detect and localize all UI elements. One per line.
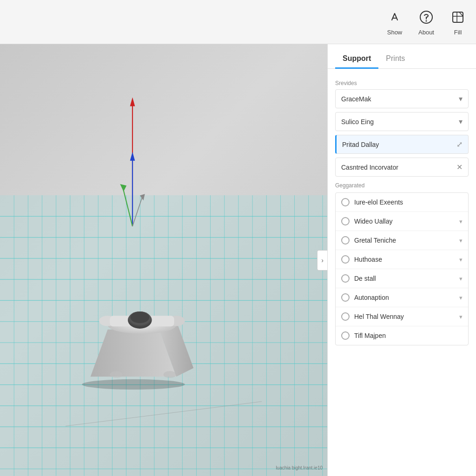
list-item-iure-elol[interactable]: Iure-elol Exeents — [336, 193, 468, 212]
toolbar: Show About Fill — [0, 0, 476, 44]
chevron-down-icon: ▾ — [459, 275, 463, 282]
list-item-left: Wideo Uallay — [341, 217, 392, 225]
fill-toolbar-item[interactable]: Fill — [449, 8, 467, 36]
about-label: About — [418, 29, 434, 36]
list-item-autonaption[interactable]: Autonaption ▾ — [336, 288, 468, 307]
svg-point-62 — [110, 371, 123, 378]
chevron-down-icon: ▾ — [459, 94, 463, 103]
dropdown-gracemak-label: GraceMak — [341, 95, 371, 103]
show-toolbar-item[interactable]: Show — [386, 8, 403, 36]
watermark: luachia bight.Irant.ie10 — [276, 465, 323, 470]
dropdown-pritad[interactable]: Pritad Dallay ⤢ — [335, 135, 469, 154]
chevron-down-icon: ▾ — [459, 294, 463, 301]
svg-point-61 — [130, 312, 149, 323]
expand-icon: ⤢ — [456, 140, 463, 149]
show-label: Show — [387, 29, 403, 36]
svg-point-1 — [426, 20, 427, 21]
list-item-iure-elol-label: Iure-elol Exeents — [354, 198, 403, 206]
viewport-inner: › luachia bight.Irant.ie10 — [0, 44, 327, 476]
chevron-down-icon: ▾ — [459, 218, 463, 225]
radio-autonaption[interactable] — [341, 293, 350, 302]
list-item-left: Hel Thal Wennay — [341, 312, 404, 321]
svg-marker-46 — [130, 152, 135, 161]
list-item-left: Tifl Majpen — [341, 331, 386, 340]
fill-icon — [449, 8, 467, 26]
list-item-left: Iure-elol Exeents — [341, 198, 403, 206]
tab-support[interactable]: Support — [335, 50, 378, 69]
list-item-gretal-label: Gretal Teniche — [354, 237, 396, 244]
collapse-button[interactable]: › — [317, 250, 327, 271]
radio-wideo[interactable] — [341, 217, 350, 225]
radio-gretal[interactable] — [341, 236, 350, 245]
list-item-left: Huthoase — [341, 255, 382, 264]
list-item-left: Autonaption — [341, 293, 389, 302]
list-item-hel-thal-label: Hel Thal Wennay — [354, 313, 404, 320]
list-item-ti-majpen-label: Tifl Majpen — [354, 332, 386, 339]
list-item-hel-thal[interactable]: Hel Thal Wennay ▾ — [336, 307, 468, 326]
chevron-down-icon: ▾ — [459, 117, 463, 126]
axes-arrows — [105, 87, 160, 236]
svg-marker-50 — [140, 194, 145, 200]
svg-marker-44 — [130, 97, 135, 106]
main-area: › luachia bight.Irant.ie10 Support Print… — [0, 44, 476, 476]
tab-prints[interactable]: Prints — [378, 50, 412, 69]
radio-ti-majpen[interactable] — [341, 331, 350, 340]
chevron-down-icon: ▾ — [459, 237, 463, 244]
list-item-de-stall[interactable]: De stall ▾ — [336, 269, 468, 288]
list-item-left: De stall — [341, 274, 376, 283]
dropdown-gracemak[interactable]: GraceMak ▾ — [335, 89, 469, 108]
dropdown-sulico-label: Sulico Eing — [341, 118, 374, 126]
list-container: Iure-elol Exeents Wideo Uallay ▾ Gretal … — [335, 192, 469, 345]
generated-label: Geggarated — [335, 182, 469, 189]
right-panel: Support Prints Srevides GraceMak ▾ Sulic… — [327, 44, 476, 476]
viewport[interactable]: › luachia bight.Irant.ie10 — [0, 44, 327, 476]
tabs-container: Support Prints — [328, 44, 476, 69]
list-item-gretal[interactable]: Gretal Teniche ▾ — [336, 231, 468, 250]
dropdown-casntred[interactable]: Casntred Incorvator ✕ — [335, 158, 469, 177]
panel-content: Srevides GraceMak ▾ Sulico Eing ▾ Pritad… — [328, 69, 476, 476]
svg-point-51 — [82, 379, 185, 390]
about-toolbar-item[interactable]: About — [417, 8, 435, 36]
list-item-huthoase-label: Huthoase — [354, 256, 382, 263]
list-item-huthoase[interactable]: Huthoase ▾ — [336, 250, 468, 269]
section-label-srevides: Srevides — [335, 80, 469, 86]
fill-label: Fill — [454, 29, 462, 36]
radio-iure-elol[interactable] — [341, 198, 350, 206]
about-icon — [417, 8, 435, 26]
chevron-down-icon: ▾ — [459, 256, 463, 263]
chevron-down-icon: ▾ — [459, 313, 463, 320]
list-item-ti-majpen[interactable]: Tifl Majpen — [336, 326, 468, 345]
radio-huthoase[interactable] — [341, 255, 350, 264]
radio-de-stall[interactable] — [341, 274, 350, 283]
list-item-wideo[interactable]: Wideo Uallay ▾ — [336, 212, 468, 231]
dropdown-pritad-label: Pritad Dallay — [342, 141, 379, 148]
dropdown-casntred-label: Casntred Incorvator — [341, 164, 398, 171]
svg-rect-2 — [453, 12, 463, 22]
dropdown-sulico[interactable]: Sulico Eing ▾ — [335, 112, 469, 131]
svg-line-49 — [132, 197, 142, 226]
3d-object — [59, 278, 208, 390]
list-item-autonaption-label: Autonaption — [354, 294, 389, 301]
radio-hel-thal[interactable] — [341, 312, 350, 321]
close-icon: ✕ — [456, 163, 463, 172]
list-item-de-stall-label: De stall — [354, 275, 376, 282]
show-icon — [386, 8, 403, 26]
svg-marker-48 — [120, 184, 127, 192]
svg-point-63 — [163, 371, 176, 378]
list-item-wideo-label: Wideo Uallay — [354, 218, 392, 225]
list-item-left: Gretal Teniche — [341, 236, 396, 245]
chevron-right-icon: › — [321, 257, 324, 264]
svg-line-47 — [123, 186, 132, 226]
